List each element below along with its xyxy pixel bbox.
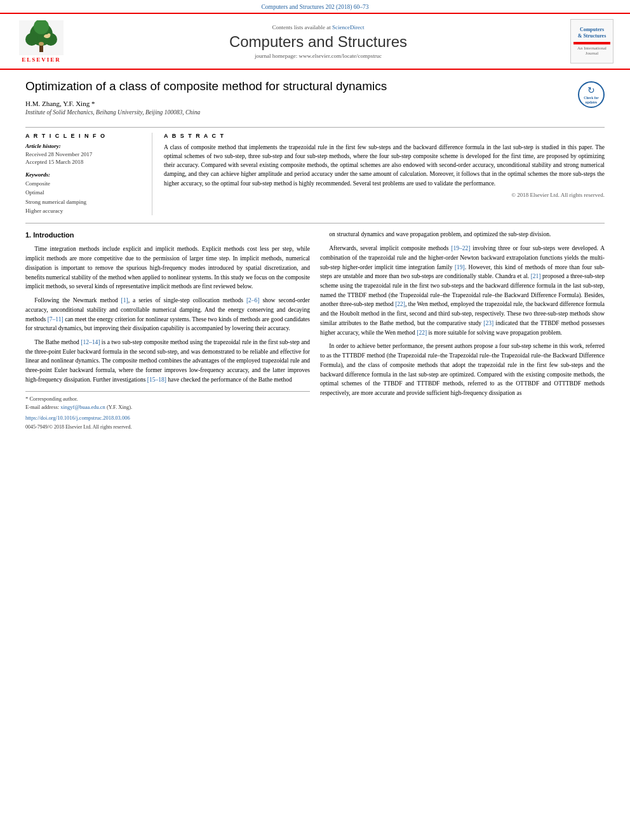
divider-2	[25, 223, 605, 223]
abstract-heading: A B S T R A C T	[164, 133, 605, 139]
check-updates-badge: ↻ Check forupdates	[578, 81, 605, 108]
right-col: on structural dynamics and wave propagat…	[320, 230, 605, 431]
article-received: Received 28 November 2017 Accepted 15 Ma…	[25, 150, 140, 166]
journal-center: Contents lists available at ScienceDirec…	[76, 24, 560, 59]
ref-19-22[interactable]: [19–22]	[451, 245, 470, 251]
doi-link[interactable]: https://doi.org/10.1016/j.compstruc.2018…	[25, 415, 130, 421]
article-meta: A R T I C L E I N F O Article history: R…	[25, 133, 605, 216]
logo-sub: An International Journal	[573, 46, 610, 56]
elsevier-logo: ELSEVIER	[13, 20, 70, 63]
ref-22b[interactable]: [22]	[417, 330, 427, 336]
right-para-2: Afterwards, several implicit composite m…	[320, 244, 605, 337]
ref-22a[interactable]: [22]	[395, 301, 405, 307]
footnote-area: * Corresponding author. E-mail address: …	[25, 391, 310, 432]
article-title: Optimization of a class of composite met…	[25, 79, 572, 95]
refresh-icon: ↻	[587, 85, 595, 96]
article-info-heading: A R T I C L E I N F O	[25, 133, 140, 139]
ref-2-6[interactable]: [2–6]	[246, 297, 260, 303]
logo-title: Computers& Structures	[578, 27, 607, 39]
ref-23[interactable]: [23]	[483, 320, 493, 326]
elsevier-tree-icon	[19, 20, 64, 55]
keyword-4: Higher accuracy	[25, 206, 140, 215]
right-para-1: on structural dynamics and wave propagat…	[320, 230, 605, 239]
journal-logo-right: Computers& Structures An International J…	[566, 19, 617, 63]
authors: H.M. Zhang, Y.F. Xing *	[25, 100, 572, 107]
keyword-2: Optimal	[25, 188, 140, 197]
top-citation: Computers and Structures 202 (2018) 60–7…	[0, 0, 630, 13]
issn: 0045-7949/© 2018 Elsevier Ltd. All right…	[25, 423, 310, 431]
email-line: E-mail address: xingyf@buaa.edu.cn (Y.F.…	[25, 403, 310, 411]
logo-bar	[573, 42, 610, 44]
divider-1	[25, 127, 605, 128]
article-info: A R T I C L E I N F O Article history: R…	[25, 133, 152, 216]
svg-point-3	[25, 33, 38, 46]
journal-header: ELSEVIER Contents lists available at Sci…	[0, 13, 630, 70]
article-content: Optimization of a class of composite met…	[0, 70, 630, 440]
abstract-text: A class of composite method that impleme…	[164, 143, 605, 188]
intro-para-1: Time integration methods include explici…	[25, 244, 310, 291]
journal-logo-box: Computers& Structures An International J…	[570, 19, 613, 63]
ref-1[interactable]: [1]	[121, 297, 128, 303]
intro-para-3: The Bathe method [12–14] is a two sub-st…	[25, 338, 310, 385]
abstract-col: A B S T R A C T A class of composite met…	[152, 133, 605, 216]
compared-text: Compared	[477, 371, 502, 378]
copyright: © 2018 Elsevier Ltd. All rights reserved…	[164, 192, 605, 198]
keywords-label: Keywords:	[25, 171, 140, 178]
ref-19[interactable]: [19]	[455, 264, 465, 270]
email-link[interactable]: xingyf@buaa.edu.cn	[60, 404, 105, 410]
affiliation: Institute of Solid Mechanics, Beihang Un…	[25, 109, 572, 116]
right-para-3: In order to achieve better performance, …	[320, 342, 605, 397]
keywords-list: Composite Optimal Strong numerical dampi…	[25, 179, 140, 216]
journal-title: Computers and Structures	[76, 33, 560, 51]
keyword-3: Strong numerical damping	[25, 197, 140, 206]
contents-available: Contents lists available at ScienceDirec…	[76, 24, 560, 30]
journal-homepage: journal homepage: www.elsevier.com/locat…	[76, 53, 560, 59]
svg-point-7	[48, 33, 51, 36]
ref-15-18[interactable]: [15–18]	[147, 377, 166, 383]
ref-7-11[interactable]: [7–11]	[48, 316, 64, 323]
svg-point-8	[39, 42, 44, 46]
article-history-label: Article history:	[25, 143, 140, 149]
sciencedirect-link[interactable]: ScienceDirect	[332, 24, 364, 30]
ref-12-14[interactable]: [12–14]	[81, 339, 100, 345]
ref-21[interactable]: [21]	[531, 273, 541, 279]
elsevier-label: ELSEVIER	[22, 57, 61, 63]
body-content: 1. Introduction Time integration methods…	[25, 230, 605, 431]
citation-text: Computers and Structures 202 (2018) 60–7…	[261, 4, 368, 10]
intro-para-2: Following the Newmark method [1], a seri…	[25, 296, 310, 333]
keyword-1: Composite	[25, 179, 140, 188]
corresponding-label: * Corresponding author.	[25, 395, 310, 403]
section-title: 1. Introduction	[25, 230, 310, 241]
left-col: 1. Introduction Time integration methods…	[25, 230, 310, 431]
